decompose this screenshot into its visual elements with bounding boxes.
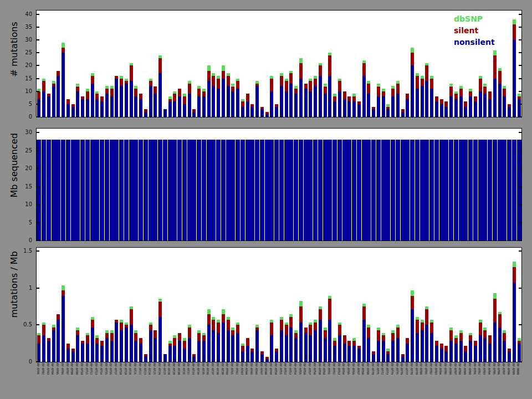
bar-segment-dbsnp	[454, 91, 458, 94]
bar-segment-nonsilent	[483, 94, 487, 117]
x-tick-label: OV-0731	[182, 363, 186, 397]
x-tick-label: OV-0702	[42, 363, 45, 397]
bar-mb-sequenced	[337, 140, 342, 241]
bar-segment-nonsilent	[42, 91, 45, 117]
bar-mb-sequenced	[313, 140, 318, 241]
bar-segment-nonsilent	[285, 91, 288, 117]
bar-segment-silent	[227, 76, 230, 86]
bar-segment-nonsilent	[178, 96, 181, 117]
bar-segment-nonsilent	[134, 341, 137, 362]
bar-segment-silent	[95, 94, 99, 99]
bar-segment-dbsnp	[469, 89, 472, 91]
bar-segment-nonsilent	[430, 333, 433, 362]
x-tick-label: OV-0701	[37, 363, 40, 397]
bar-segment-dbsnp	[168, 96, 172, 99]
bar-segment-silent	[289, 73, 293, 84]
bar-segment-dbsnp	[469, 333, 472, 336]
bar-segment-silent	[52, 328, 55, 330]
bar-segment-nonsilent	[503, 341, 506, 362]
bar-segment-dbsnp	[42, 323, 45, 325]
x-tick-label: OV-0774	[391, 363, 394, 397]
bar-segment-silent	[459, 89, 463, 96]
bar-segment-dbsnp	[382, 89, 385, 91]
bar-mb-sequenced	[294, 140, 298, 241]
bar-segment-silent	[149, 81, 152, 86]
bar-segment-silent	[324, 330, 327, 338]
bar-mb-sequenced	[478, 140, 483, 241]
y-tick-mark	[37, 204, 39, 205]
bar-segment-nonsilent	[498, 328, 502, 362]
x-tick-label: OV-0796	[497, 363, 500, 397]
bar-segment-silent	[449, 86, 453, 97]
bar-segment-silent	[222, 71, 225, 79]
bar-segment-silent	[280, 76, 283, 86]
bar-segment-silent	[207, 71, 211, 81]
bar-segment-silent	[125, 81, 128, 84]
bar-segment-nonsilent	[352, 101, 356, 117]
bar-mb-sequenced	[357, 140, 361, 241]
bar-segment-silent	[66, 344, 70, 349]
bar-segment-nonsilent	[125, 328, 128, 362]
y-tick-mark	[37, 361, 39, 362]
bar-segment-nonsilent	[57, 76, 60, 117]
bar-segment-dbsnp	[158, 55, 162, 58]
x-tick-label: OV-0772	[381, 363, 384, 397]
bar-segment-silent	[81, 96, 84, 99]
y-tick-label: 5	[13, 219, 32, 226]
bar-segment-nonsilent	[280, 330, 283, 362]
y-tick-label: 15	[13, 183, 32, 190]
bar-segment-nonsilent	[66, 104, 70, 117]
bar-segment-nonsilent	[47, 341, 50, 362]
bar-segment-silent	[396, 328, 400, 338]
bar-segment-nonsilent	[52, 330, 55, 362]
bar-segment-dbsnp	[231, 328, 234, 330]
bar-segment-nonsilent	[401, 112, 405, 117]
bar-segment-dbsnp	[319, 306, 322, 309]
bar-segment-nonsilent	[217, 333, 220, 362]
bar-segment-nonsilent	[120, 330, 123, 362]
bar-segment-nonsilent	[377, 341, 380, 362]
x-tick-label: OV-0797	[502, 363, 505, 397]
bar-segment-silent	[474, 96, 477, 101]
bar-segment-nonsilent	[328, 320, 331, 362]
bar-segment-silent	[265, 112, 269, 115]
bar-segment-nonsilent	[275, 107, 278, 117]
bar-segment-silent	[488, 91, 492, 99]
bar-segment-dbsnp	[217, 320, 220, 323]
bar-segment-nonsilent	[130, 81, 133, 117]
bar-segment-nonsilent	[401, 356, 405, 362]
bar-segment-dbsnp	[294, 86, 298, 89]
x-tick-label: OV-0712	[90, 363, 93, 397]
bar-segment-nonsilent	[338, 335, 341, 362]
bar-segment-dbsnp	[309, 323, 312, 325]
bar-segment-silent	[416, 320, 419, 333]
bar-segment-silent	[508, 349, 511, 351]
x-tick-label: OV-0758	[313, 363, 316, 397]
bar-segment-silent	[197, 333, 201, 341]
y-tick-mark	[519, 324, 521, 325]
x-tick-label: OV-0719	[124, 363, 127, 397]
bar-mb-sequenced	[493, 140, 497, 241]
bar-segment-silent	[265, 357, 269, 360]
x-tick-label: OV-0783	[434, 363, 438, 397]
bar-segment-silent	[294, 89, 298, 94]
bar-segment-silent	[435, 96, 438, 101]
bar-segment-silent	[42, 325, 45, 335]
bar-segment-silent	[518, 341, 521, 344]
bar-segment-nonsilent	[163, 354, 167, 362]
bar-mb-sequenced	[245, 140, 250, 241]
y-tick-mark	[37, 132, 39, 133]
bar-segment-nonsilent	[163, 109, 167, 117]
y-tick-mark	[37, 14, 39, 15]
bar-segment-dbsnp	[299, 58, 303, 63]
bar-segment-nonsilent	[95, 344, 99, 362]
bar-segment-nonsilent	[115, 323, 118, 362]
bar-segment-silent	[76, 86, 79, 91]
bar-segment-nonsilent	[270, 335, 273, 362]
bar-segment-nonsilent	[294, 338, 298, 362]
bar-segment-nonsilent	[338, 91, 341, 117]
bar-mb-sequenced	[332, 140, 337, 241]
bar-segment-silent	[382, 335, 385, 341]
x-tick-label: OV-0735	[202, 363, 205, 397]
y-tick-mark	[37, 78, 39, 79]
